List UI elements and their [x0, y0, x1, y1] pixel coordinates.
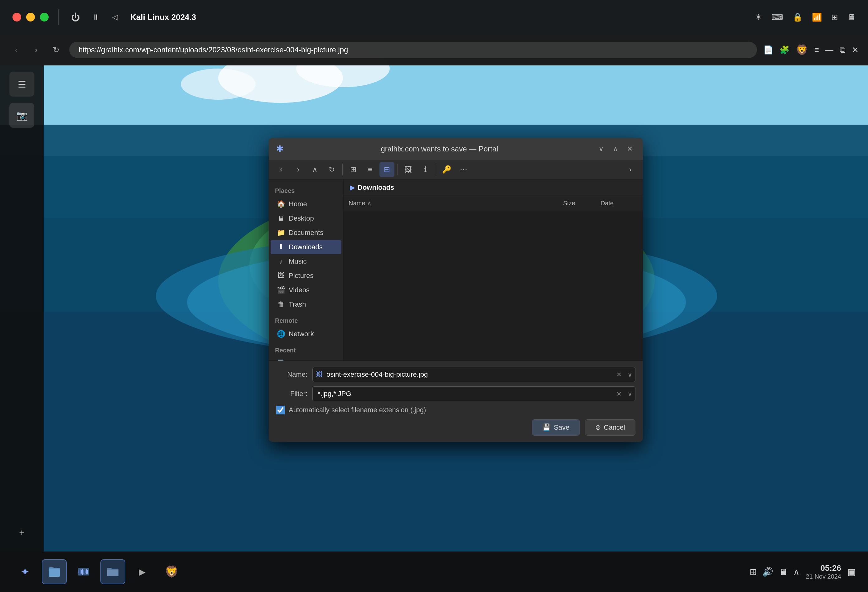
reader-mode-icon[interactable]: 📄	[763, 45, 773, 55]
save-label: Save	[554, 423, 569, 431]
toolbar-list-view-button[interactable]: ≡	[363, 162, 378, 177]
clock[interactable]: 05:26 21 Nov 2024	[806, 563, 841, 580]
network-icon[interactable]: 📶	[812, 12, 822, 22]
tray-volume-icon[interactable]: 🔊	[762, 567, 773, 577]
apps-icon[interactable]: ⊞	[831, 12, 838, 22]
system-tray: ⊞ 🔊 🖥 ∧	[750, 567, 800, 577]
tray-monitor-icon[interactable]: 🖥	[779, 567, 788, 577]
close-button[interactable]	[12, 13, 21, 22]
dialog-titlebar: ✱ gralhix.com wants to save — Portal ∨ ∧…	[269, 138, 643, 160]
toolbar-info-button[interactable]: ℹ	[418, 162, 433, 177]
sidebar-item-music[interactable]: ♪ Music	[271, 254, 341, 269]
name-field-label: Name:	[276, 371, 307, 378]
toolbar-grid-view-button[interactable]: ⊞	[346, 162, 361, 177]
taskbar-app-menu-button[interactable]: ✦	[12, 559, 37, 584]
cancel-label: Cancel	[604, 423, 625, 431]
toolbar-up-button[interactable]: ∧	[307, 162, 322, 177]
svg-rect-13	[49, 567, 54, 569]
taskbar-browser-button[interactable]: 🦁	[159, 559, 184, 584]
network-label: Network	[289, 330, 314, 338]
toolbar-filter-button[interactable]: 🔑	[439, 162, 454, 177]
sidebar-item-documents[interactable]: 📁 Documents	[271, 225, 341, 240]
toolbar-forward-button[interactable]: ›	[291, 162, 306, 177]
sidebar-item-videos[interactable]: 🎬 Videos	[271, 283, 341, 297]
minimize-button[interactable]	[26, 13, 35, 22]
brave-shield-icon[interactable]: 🦁	[796, 44, 808, 56]
toolbar-more-button[interactable]: ›	[623, 162, 638, 177]
toolbar-preview-button[interactable]: 🖼	[401, 162, 416, 177]
dialog-close-button[interactable]: ✕	[624, 143, 635, 155]
minimize-window-icon[interactable]: —	[825, 45, 833, 55]
sidebar-bottom: +	[9, 520, 34, 545]
lock-icon[interactable]: 🔒	[793, 12, 803, 22]
auto-extension-checkbox[interactable]	[276, 406, 285, 414]
restore-window-icon[interactable]: ⧉	[840, 45, 846, 55]
keymap-icon[interactable]: ⌨	[771, 12, 783, 22]
close-window-icon[interactable]: ✕	[852, 45, 859, 55]
sidebar-item-desktop[interactable]: 🖥 Desktop	[271, 211, 341, 225]
toolbar-detail-view-button[interactable]: ⊟	[379, 162, 394, 177]
desktop-icon: 🖥	[277, 214, 285, 222]
file-list-area[interactable]	[344, 211, 643, 361]
sidebar-toggle-button[interactable]: ☰	[9, 72, 34, 97]
filter-input[interactable]	[312, 386, 635, 401]
cancel-button[interactable]: ⊘ Cancel	[585, 420, 635, 436]
tray-expand-icon[interactable]: ∧	[793, 567, 800, 577]
recent-section-label: Recent	[269, 344, 343, 356]
sidebar-item-home[interactable]: 🏠 Home	[271, 197, 341, 211]
menu-icon[interactable]: ≡	[814, 45, 819, 55]
filter-dropdown-button[interactable]: ∨	[627, 390, 632, 398]
show-desktop-icon[interactable]: ▣	[847, 567, 856, 577]
toolbar-extra-button[interactable]: ⋯	[456, 162, 471, 177]
brightness-icon[interactable]: ☀	[755, 12, 762, 22]
sidebar-item-network[interactable]: 🌐 Network	[271, 327, 341, 341]
filename-clear-button[interactable]: ✕	[616, 371, 622, 378]
sidebar-item-recent-files[interactable]: 📄 Recent Files	[271, 356, 341, 361]
taskbar-file-manager-button[interactable]	[100, 559, 125, 584]
dialog-minimize-button[interactable]: ∨	[595, 143, 607, 155]
save-dialog: ✱ gralhix.com wants to save — Portal ∨ ∧…	[269, 138, 643, 442]
sidebar-item-downloads[interactable]: ⬇ Downloads	[271, 240, 341, 254]
forward-nav-button[interactable]: ›	[29, 43, 43, 57]
filename-dropdown-button[interactable]: ∨	[627, 371, 632, 378]
sidebar-item-trash[interactable]: 🗑 Trash	[271, 297, 341, 312]
taskbar-terminal-button[interactable]: ▶	[130, 559, 155, 584]
file-manager-icon	[106, 565, 120, 579]
toolbar-back-button[interactable]: ‹	[274, 162, 289, 177]
svg-rect-15	[78, 570, 79, 573]
filter-field-label: Filter:	[276, 390, 307, 398]
filename-input[interactable]	[312, 367, 635, 382]
breadcrumb: ▶ Downloads	[344, 180, 643, 196]
url-bar[interactable]	[69, 42, 757, 58]
size-column-header[interactable]: Size	[563, 200, 601, 207]
taskbar-files-button[interactable]	[42, 559, 67, 584]
audio-icon	[77, 565, 90, 579]
taskbar-audio-button[interactable]	[71, 559, 96, 584]
dialog-form: Name: 🖼 ✕ ∨ Filter: ✕ ∨	[269, 361, 643, 442]
music-icon: ♪	[277, 257, 285, 265]
kde-icon: ✱	[276, 144, 283, 154]
dialog-restore-button[interactable]: ∧	[610, 143, 621, 155]
downloads-label: Downloads	[289, 243, 323, 251]
back-nav-button[interactable]: ‹	[9, 43, 23, 57]
name-row: Name: 🖼 ✕ ∨	[276, 367, 635, 382]
date-column-header[interactable]: Date	[601, 200, 638, 207]
extensions-icon[interactable]: 🧩	[779, 45, 790, 55]
svg-rect-25	[107, 568, 112, 570]
music-label: Music	[289, 257, 307, 265]
sidebar-item-pictures[interactable]: 🖼 Pictures	[271, 269, 341, 283]
name-column-header[interactable]: Name ∧	[348, 199, 563, 207]
file-list-header: Name ∧ Size Date	[344, 196, 643, 211]
add-button[interactable]: +	[9, 520, 34, 545]
dialog-overlay: ✱ gralhix.com wants to save — Portal ∨ ∧…	[44, 65, 868, 551]
tray-apps-icon[interactable]: ⊞	[750, 567, 757, 577]
toolbar-refresh-button[interactable]: ↻	[324, 162, 339, 177]
save-button[interactable]: 💾 Save	[532, 420, 580, 436]
maximize-button[interactable]	[40, 13, 49, 22]
filter-clear-button[interactable]: ✕	[616, 390, 622, 398]
reload-button[interactable]: ↻	[49, 43, 63, 57]
places-section-label: Places	[269, 185, 343, 197]
display-icon[interactable]: 🖥	[847, 12, 856, 22]
toolbar-separator-3	[436, 164, 436, 175]
sidebar-app-button[interactable]: 📷	[9, 103, 34, 128]
